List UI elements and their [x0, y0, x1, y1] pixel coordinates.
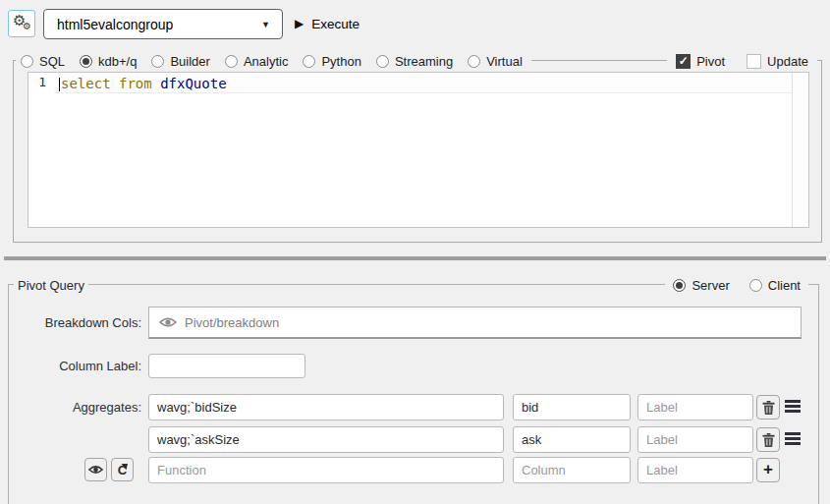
- check-icon: ✓: [679, 54, 689, 68]
- radio-icon: [225, 55, 238, 68]
- trash-icon: [762, 401, 775, 415]
- aggregate-label-input[interactable]: [637, 426, 753, 453]
- mode-label: Virtual: [486, 54, 523, 69]
- client-radio[interactable]: Client: [749, 278, 801, 293]
- column-label-input[interactable]: [148, 354, 305, 378]
- refresh-aggregates-button[interactable]: C: [111, 458, 134, 481]
- editor-gutter: 1: [28, 73, 54, 227]
- server-radio-label: Server: [692, 278, 729, 293]
- aggregate-column-input[interactable]: [513, 394, 631, 420]
- line-number: 1: [28, 75, 54, 89]
- add-aggregate-button[interactable]: +: [756, 458, 780, 482]
- editor-scrollbar[interactable]: [792, 73, 808, 227]
- radio-icon: [468, 55, 480, 68]
- code-line: select from dfxQuote: [54, 75, 792, 93]
- delete-aggregate-button[interactable]: [756, 395, 780, 420]
- radio-icon: [749, 279, 762, 292]
- pivot-query-group: Pivot Query Server Client Breakdown Cols…: [8, 284, 819, 504]
- aggregate-label-input[interactable]: [637, 394, 753, 420]
- new-aggregate-function-input[interactable]: [148, 457, 504, 483]
- refresh-icon: C: [118, 464, 127, 476]
- code-identifier: dfxQuote: [160, 76, 226, 91]
- breakdown-cols-label: Breakdown Cols:: [9, 307, 141, 339]
- pivot-checkbox-label: Pivot: [696, 54, 725, 69]
- mode-label: Builder: [170, 54, 209, 69]
- eye-icon: [88, 465, 103, 475]
- code-editor[interactable]: 1 select from dfxQuote: [28, 72, 809, 228]
- update-checkbox-label: Update: [767, 54, 808, 69]
- update-checkbox[interactable]: Update: [747, 54, 808, 69]
- mode-label: kdb+/q: [98, 54, 137, 69]
- code-keyword: select from: [61, 76, 152, 91]
- pivot-checkbox[interactable]: ✓ Pivot: [676, 54, 725, 69]
- execute-label: Execute: [311, 17, 360, 31]
- radio-icon: [303, 55, 315, 68]
- checkbox-checked-icon: ✓: [676, 54, 691, 69]
- query-mode-bar: SQL kdb+/q Builder Analytic Python Strea…: [14, 51, 821, 71]
- mode-radio-analytic[interactable]: Analytic: [225, 54, 289, 69]
- connection-dropdown-value: html5evalcongroup: [57, 17, 173, 32]
- pivot-query-legend: Pivot Query: [14, 278, 88, 293]
- client-radio-label: Client: [768, 278, 801, 293]
- radio-selected-icon: [80, 55, 92, 68]
- drag-handle-icon[interactable]: [785, 400, 801, 413]
- play-icon: ▶: [295, 17, 304, 30]
- gear-icon: ⚙: [23, 22, 31, 31]
- radio-icon: [151, 55, 164, 68]
- new-aggregate-column-input[interactable]: [513, 457, 631, 483]
- chevron-down-icon: ▼: [261, 20, 270, 29]
- aggregate-function-input[interactable]: [148, 394, 504, 420]
- preview-aggregates-button[interactable]: [84, 458, 107, 481]
- mode-radio-python[interactable]: Python: [303, 54, 360, 69]
- radio-icon: [21, 55, 33, 68]
- radio-selected-icon: [673, 279, 686, 292]
- plus-icon: +: [763, 461, 773, 477]
- mode-radio-virtual[interactable]: Virtual: [468, 54, 523, 69]
- mode-radio-builder[interactable]: Builder: [151, 54, 209, 69]
- eraser-icon[interactable]: [773, 315, 789, 329]
- breakdown-cols-input[interactable]: Pivot/breakdown: [148, 307, 802, 339]
- radio-icon: [376, 55, 389, 68]
- eye-icon: [159, 316, 177, 328]
- query-group: SQL kdb+/q Builder Analytic Python Strea…: [13, 60, 822, 243]
- aggregates-label: Aggregates:: [9, 394, 141, 420]
- execute-button[interactable]: ▶ Execute: [295, 12, 360, 35]
- aggregate-column-input[interactable]: [513, 426, 631, 453]
- text-cursor: [59, 78, 60, 91]
- delete-aggregate-button[interactable]: [756, 427, 780, 452]
- trash-icon: [762, 433, 775, 447]
- mode-label: Analytic: [244, 54, 289, 69]
- checkbox-unchecked-icon: [747, 54, 761, 69]
- mode-label: Streaming: [395, 54, 453, 69]
- mode-radio-sql[interactable]: SQL: [21, 54, 65, 69]
- column-label-label: Column Label:: [9, 354, 141, 378]
- breakdown-cols-placeholder: Pivot/breakdown: [185, 315, 279, 330]
- panel-divider: [4, 256, 826, 260]
- mode-radio-streaming[interactable]: Streaming: [376, 54, 453, 69]
- editor-text-area[interactable]: select from dfxQuote: [54, 73, 792, 227]
- mode-label: Python: [321, 54, 360, 69]
- connection-dropdown[interactable]: html5evalcongroup ▼: [43, 9, 283, 39]
- drag-handle-icon[interactable]: [785, 432, 801, 445]
- server-radio[interactable]: Server: [673, 278, 729, 293]
- settings-button[interactable]: ⚙ ⚙: [8, 10, 35, 37]
- aggregate-function-input[interactable]: [148, 426, 504, 453]
- mode-radio-kdbq[interactable]: kdb+/q: [80, 54, 137, 69]
- mode-label: SQL: [39, 54, 65, 69]
- new-aggregate-label-input[interactable]: [637, 457, 753, 483]
